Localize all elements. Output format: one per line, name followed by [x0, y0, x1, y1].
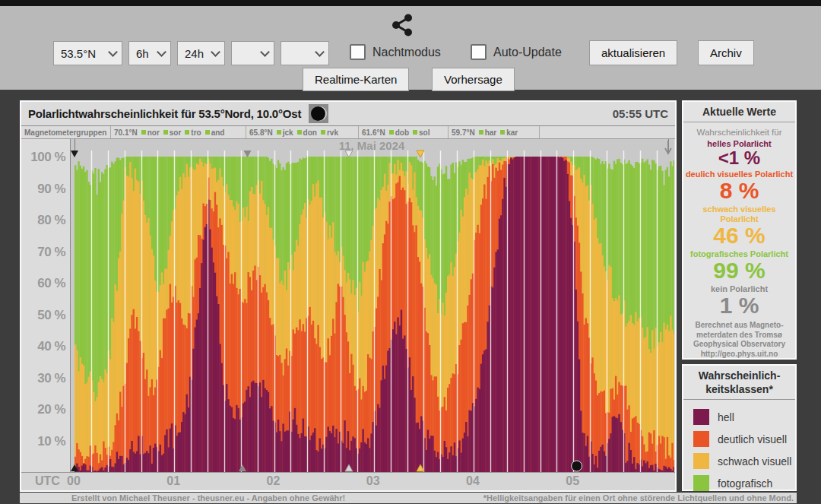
realtime-maps-button[interactable]: Realtime-Karten	[303, 68, 409, 91]
legend-item: hell	[693, 406, 795, 428]
legend-title-line2: keitsklassen*	[685, 382, 794, 396]
legend-item: deutlich visuell	[693, 428, 795, 450]
y-tick-label: 10 %	[23, 434, 65, 449]
y-tick-label: 70 %	[23, 245, 65, 260]
data-source-note: Berechnet aus Magneto-meterdaten des Tro…	[683, 321, 795, 359]
chart-titlebar: Polarlichtwahrscheinlichkeit für 53.5°No…	[21, 102, 675, 126]
legend-item-label: fotografisch	[718, 477, 772, 490]
toolbar: 53.5°N 6h 24h Nachtmodus Auto-Update akt…	[0, 6, 821, 90]
magnetometer-group: 59.7°Nharkar	[449, 126, 540, 138]
chevron-down-icon	[157, 47, 166, 57]
y-tick-label: 40 %	[23, 339, 65, 354]
footer-note: *Helligkeitsangaben für einen Ort ohne s…	[483, 493, 794, 502]
x-tick-label: 05	[557, 474, 588, 488]
magnetometer-station: jck	[277, 128, 293, 137]
autoupdate-checkbox[interactable]	[471, 44, 487, 60]
footer-credit: Erstellt von Michael Theusner - theusner…	[71, 493, 345, 502]
chevron-down-icon	[108, 47, 118, 57]
magnetometer-station: nor	[141, 128, 160, 137]
current-values-body: Wahrscheinlichkeit für helles Polarlicht…	[683, 122, 795, 359]
magnetometer-station: sol	[413, 128, 430, 137]
forecast-button[interactable]: Vorhersage	[432, 68, 515, 91]
legend-color-swatch	[693, 431, 709, 447]
current-values-intro: Wahrscheinlichkeit für	[683, 128, 795, 137]
latitude-select-value: 53.5°N	[61, 47, 96, 60]
magnetometer-latitude: 70.1°N	[114, 128, 138, 137]
legend-title: Wahrscheinlich- keitsklassen*	[683, 366, 795, 400]
magnetometer-latitude: 59.7°N	[452, 128, 475, 137]
range-select[interactable]: 24h	[177, 41, 225, 65]
archive-button[interactable]: Archiv	[698, 40, 754, 65]
y-axis: 100 %90 %80 %70 %60 %50 %40 %30 %20 %10 …	[21, 139, 70, 472]
station-marker-icon	[185, 130, 189, 135]
magnetometer-station: tro	[185, 128, 201, 137]
legend-item: schwach visuell	[693, 450, 795, 472]
current-values-items: helles Polarlicht<1 %deulich visuelles P…	[683, 139, 795, 317]
moon-phase-icon	[309, 104, 328, 123]
magnetometer-station: har	[479, 128, 497, 137]
autoupdate-label: Auto-Update	[493, 46, 562, 59]
x-tick-label: 02	[258, 474, 289, 488]
current-values-panel: Aktuelle Werte Wahrscheinlichkeit für he…	[682, 100, 797, 360]
station-marker-icon	[297, 130, 302, 135]
nightmode-checkbox[interactable]	[350, 44, 366, 60]
autoupdate-checkbox-row[interactable]: Auto-Update	[471, 44, 562, 60]
x-tick-label: 01	[158, 474, 189, 488]
probability-value: 8 %	[683, 179, 795, 202]
chevron-down-icon	[211, 47, 220, 57]
magnetometer-group: 70.1°Nnorsortroand	[111, 126, 246, 138]
legend-item: fotografisch	[693, 472, 795, 494]
legend-color-swatch	[693, 475, 709, 491]
station-marker-icon	[500, 130, 505, 135]
update-button[interactable]: aktualisieren	[589, 40, 677, 65]
nightmode-checkbox-row[interactable]: Nachtmodus	[350, 44, 441, 60]
duration-select[interactable]: 6h	[128, 41, 171, 65]
y-tick-label: 30 %	[23, 371, 65, 386]
magnetometer-strip-spacer	[540, 126, 675, 138]
y-tick-label: 50 %	[23, 308, 65, 323]
x-tick-label: 00	[59, 474, 89, 488]
probability-value: 1 %	[683, 294, 795, 317]
duration-select-value: 6h	[136, 47, 149, 60]
magnetometer-station: don	[297, 128, 317, 137]
x-axis-label: UTC	[35, 474, 60, 488]
magnetometer-group: 61.6°Ndobsol	[359, 126, 449, 138]
legend-panel: Wahrscheinlich- keitsklassen* helldeutli…	[682, 364, 797, 491]
station-marker-icon	[389, 130, 394, 135]
range-select-value: 24h	[185, 47, 204, 60]
probability-value: 46 %	[683, 224, 795, 247]
y-tick-label: 90 %	[23, 182, 65, 197]
station-marker-icon	[277, 130, 281, 135]
extra-select-1[interactable]	[231, 41, 274, 65]
probability-value: <1 %	[683, 149, 795, 167]
magnetometer-group: 65.8°Njckdonrvk	[246, 126, 359, 138]
legend-color-swatch	[693, 409, 709, 425]
magnetometer-station: sor	[163, 128, 182, 137]
chevron-down-icon	[260, 47, 270, 57]
station-marker-icon	[479, 130, 483, 135]
magnetometer-latitude: 65.8°N	[249, 128, 273, 137]
station-marker-icon	[163, 130, 168, 135]
legend-items: helldeutlich visuellschwach visuellfotog…	[683, 400, 795, 494]
legend-item-label: schwach visuell	[718, 455, 791, 468]
chart-panel: Polarlichtwahrscheinlichkeit für 53.5°No…	[20, 100, 677, 492]
probability-value: 99 %	[683, 259, 795, 282]
legend-title-line1: Wahrscheinlich-	[685, 369, 794, 382]
station-marker-icon	[321, 130, 325, 135]
chart-title: Polarlichtwahrscheinlichkeit für 53.5°No…	[28, 107, 301, 120]
station-marker-icon	[205, 130, 210, 135]
y-tick-label: 80 %	[23, 213, 65, 228]
nightmode-label: Nachtmodus	[372, 46, 441, 59]
magnetometer-station: rvk	[321, 128, 338, 137]
magnetometer-station: kar	[500, 128, 518, 137]
share-icon[interactable]	[389, 12, 415, 38]
x-tick-label: 04	[458, 474, 488, 488]
y-tick-label: 100 %	[23, 150, 65, 165]
extra-select-2[interactable]	[281, 41, 329, 65]
legend-item-label: hell	[718, 411, 734, 423]
current-values-title: Aktuelle Werte	[683, 102, 795, 122]
latitude-select[interactable]: 53.5°N	[53, 41, 122, 65]
magnetometer-latitude: 61.6°N	[362, 128, 385, 137]
y-tick-label: 60 %	[23, 276, 65, 291]
chart-timestamp: 05:55 UTC	[613, 107, 668, 120]
